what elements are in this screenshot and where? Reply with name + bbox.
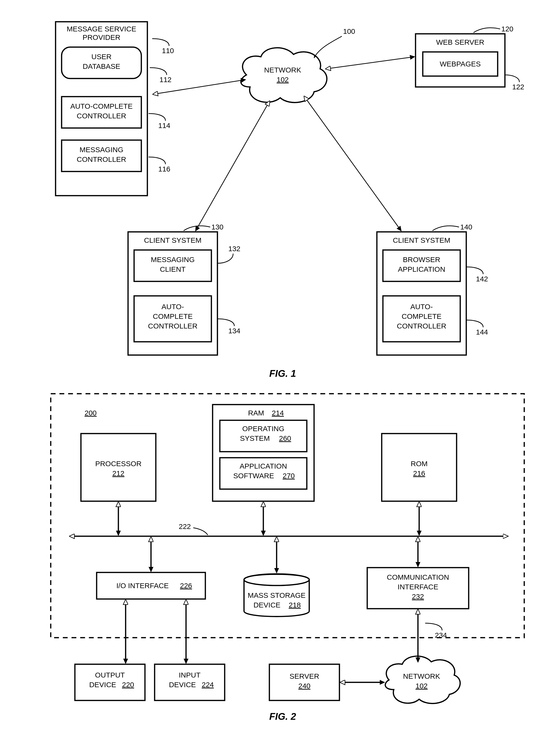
app-l2: SOFTWARE [234,472,274,480]
c1-ac-l1: AUTO- [162,303,184,311]
msp-block: MESSAGE SERVICE PROVIDER USER DATABASE A… [56,22,147,196]
os-l1: OPERATING [242,425,284,433]
client-system-1: CLIENT SYSTEM MESSAGING CLIENT AUTO- COM… [128,232,217,355]
web-server-block: WEB SERVER WEBPAGES [415,34,505,87]
userdb-l1: USER [91,53,111,61]
client1-title: CLIENT SYSTEM [144,236,201,244]
fig1-caption: FIG. 1 [269,368,296,379]
ref-112: 112 [159,75,171,84]
c1-ac-l2: COMPLETE [153,312,193,320]
mass-ref: 218 [289,601,301,609]
ref-130: 130 [211,223,223,231]
lead-140 [432,226,459,231]
network2-ref: 102 [415,682,427,690]
lead-144 [466,320,483,327]
msp-ac-l1: AUTO-COMPLETE [70,102,133,110]
ref-222: 222 [179,522,191,530]
lead-134 [217,319,234,326]
lead-114 [149,113,165,121]
figure-1: NETWORK 102 100 MESSAGE SERVICE PROVIDER… [56,22,524,379]
browser-l1: BROWSER [403,256,440,264]
msgctrl-l2: CONTROLLER [77,155,126,163]
browser-l2: APPLICATION [398,265,445,273]
c2-ac-l3: CONTROLLER [397,322,446,330]
lead-234 [425,623,442,630]
ref-140: 140 [460,223,472,231]
input-l2: DEVICE [169,681,196,689]
comm-l1: COMMUNICATION [387,573,449,581]
arrow-network-client2 [304,97,401,231]
mass-l2: DEVICE [253,601,281,609]
io-label: I/O INTERFACE [116,582,169,590]
server-label: SERVER [290,672,319,680]
ref-132: 132 [228,245,240,253]
ref-200: 200 [85,409,97,417]
lead-122 [505,75,519,82]
msp-title-2: PROVIDER [83,33,120,41]
network-cloud: NETWORK 102 [241,48,327,102]
input-l1: INPUT [179,671,201,679]
ref-120: 120 [501,25,513,33]
ref-234: 234 [435,631,447,639]
mass-l1: MASS STORAGE [248,591,306,599]
input-ref: 224 [202,681,214,689]
lead-112 [150,68,167,75]
lead-222 [193,528,208,535]
lead-110 [152,39,169,46]
client2-title: CLIENT SYSTEM [393,236,450,244]
ram-block [213,405,314,501]
output-l1: OUTPUT [95,671,125,679]
msgctrl-l1: MESSAGING [80,146,123,154]
ref-116: 116 [158,165,170,173]
ref-142: 142 [476,275,488,283]
mass-storage: MASS STORAGE DEVICE 218 [244,574,309,617]
lead-142 [466,267,483,274]
msp-title-1: MESSAGE SERVICE [67,25,136,33]
msgclient-l2: CLIENT [160,265,186,273]
ram-label: RAM [248,409,264,417]
ref-134: 134 [228,327,240,335]
os-l2: SYSTEM [240,434,270,442]
rom-ref: 216 [413,469,425,477]
c1-ac-l3: CONTROLLER [148,322,197,330]
app-ref: 270 [283,472,295,480]
network-cloud-2: NETWORK 102 [385,656,460,704]
figure-2: 200 PROCESSOR 212 RAM 214 OPERATING SYST… [51,394,524,722]
app-l1: APPLICATION [240,462,287,470]
lead-116 [149,157,165,164]
ref-100: 100 [314,27,355,58]
lead-120 [473,28,500,33]
webserver-title: WEB SERVER [436,38,485,46]
webpages-label: WEBPAGES [440,60,480,68]
client-system-2: CLIENT SYSTEM BROWSER APPLICATION AUTO- … [377,232,466,355]
output-l2: DEVICE [89,681,116,689]
c2-ac-l1: AUTO- [410,303,433,311]
ref-100-text: 100 [343,27,355,35]
io-ref: 226 [180,582,192,590]
c2-ac-l2: COMPLETE [402,312,441,320]
userdb-l2: DATABASE [83,62,120,70]
svg-point-4 [244,574,309,585]
processor-label: PROCESSOR [95,460,142,468]
network-ref: 102 [276,75,289,84]
arrow-network-web [326,57,414,69]
comm-l2: INTERFACE [398,583,438,591]
server-ref: 240 [298,682,310,690]
network2-label: NETWORK [403,672,440,680]
system-boundary [51,394,524,638]
fig2-caption: FIG. 2 [269,711,296,722]
lead-132 [217,254,233,263]
ref-110: 110 [162,47,174,55]
os-ref: 260 [279,434,291,442]
msgclient-l1: MESSAGING [151,256,195,264]
output-ref: 220 [122,681,134,689]
network-label: NETWORK [264,66,301,74]
ref-144: 144 [476,328,488,336]
arrow-network-client1 [196,101,269,231]
ref-122: 122 [512,83,524,91]
ram-ref: 214 [272,409,284,417]
rom-label: ROM [411,460,427,468]
ref-114: 114 [158,121,170,129]
comm-ref: 232 [412,592,424,600]
msp-ac-l2: CONTROLLER [77,112,126,120]
